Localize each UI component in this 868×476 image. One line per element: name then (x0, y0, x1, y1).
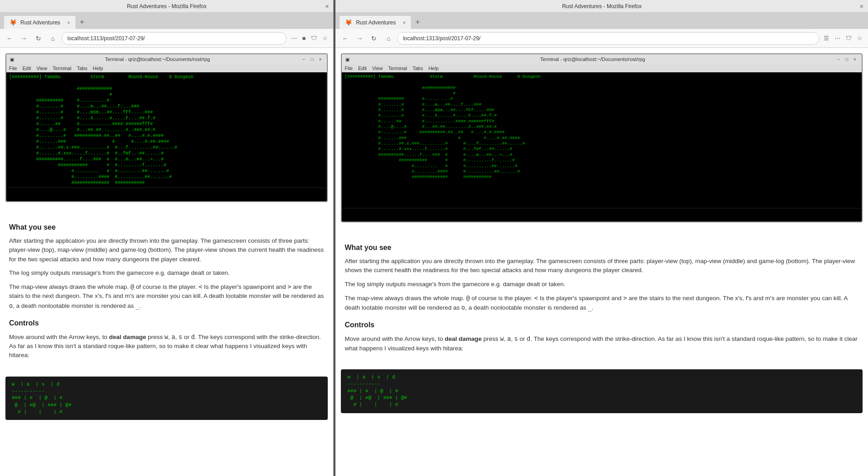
right-terminal-body: [##########] TamaNu Storm Round-House 0 … (342, 72, 862, 208)
right-address-input[interactable] (397, 32, 819, 45)
left-term-maximize[interactable]: □ (309, 56, 315, 62)
left-terminal-body: [##########] TamaNu Storm Round-House 0 … (6, 72, 327, 188)
right-para-1: After starting the application you are d… (344, 257, 859, 275)
right-forward-button[interactable]: → (354, 33, 365, 44)
right-browser-window: Rust Adventures - Mozilla Firefox × 🦊 Ru… (335, 0, 868, 476)
right-tab-active[interactable]: 🦊 Rust Adventures × (339, 15, 411, 29)
right-reload-button[interactable]: ↻ (368, 33, 380, 44)
right-tab-close[interactable]: × (403, 20, 406, 25)
left-term-menu-help[interactable]: Help (93, 66, 103, 71)
left-tab-bar: 🦊 Rust Adventures × + (0, 13, 333, 29)
right-term-menu-edit[interactable]: Edit (358, 66, 367, 71)
left-toolbar-pocket-icon[interactable]: ■ (301, 34, 308, 42)
left-para-2: The log simply outputs message's from th… (9, 269, 324, 278)
left-term-close[interactable]: × (317, 56, 323, 62)
right-term-menu-file[interactable]: File (344, 66, 353, 71)
left-para-1: After starting the application you are d… (9, 236, 324, 264)
left-browser-window: Rust Adventures - Mozilla Firefox × 🦊 Ru… (0, 0, 334, 476)
right-back-button[interactable]: ← (339, 33, 351, 44)
right-term-maximize[interactable]: □ (844, 56, 850, 62)
right-toolbar-more-btn[interactable]: ⋯ (833, 34, 842, 42)
left-term-menu-view[interactable]: View (37, 66, 47, 71)
left-toolbar-shield-icon[interactable]: 🛡 (309, 34, 319, 42)
left-bold-deal-damage: deal damage (109, 334, 146, 340)
right-toolbar-icons: ☰ ⋯ 🛡 ☆ (822, 34, 864, 42)
left-toolbar-more-btn[interactable]: ⋯ (289, 34, 299, 42)
right-term-menu-tabs[interactable]: Tabs (412, 66, 423, 71)
right-para-4: Move around with the Arrow keys, to deal… (344, 334, 859, 353)
right-term-icon: ▣ (345, 57, 349, 62)
left-reload-button[interactable]: ↻ (33, 33, 44, 44)
right-tab-bar: 🦊 Rust Adventures × + (335, 13, 868, 29)
right-para-2: The log simply outputs message's from th… (344, 280, 859, 289)
left-tab-close[interactable]: × (67, 20, 70, 25)
left-address-bar: ← → ↻ ⌂ ⋯ ■ 🛡 ☆ (0, 29, 333, 48)
left-toolbar-icons: ⋯ ■ 🛡 ☆ (289, 34, 330, 42)
left-controls-box: w | a | s | d ----------- ### | # | @ | … (5, 377, 328, 420)
right-heading-what-you-see: What you see (344, 242, 859, 253)
left-terminal-menubar: File Edit View Terminal Tabs Help (6, 64, 327, 72)
left-term-minimize[interactable]: − (301, 56, 307, 62)
left-tab-label: Rust Adventures (20, 19, 60, 26)
left-back-button[interactable]: ← (4, 33, 15, 44)
left-forward-button[interactable]: → (18, 33, 30, 44)
left-term-menu-edit[interactable]: Edit (23, 66, 31, 71)
right-terminal-log (342, 208, 862, 222)
left-term-icon: ▣ (10, 57, 14, 62)
right-toolbar-star-icon[interactable]: ☆ (855, 34, 864, 42)
left-title-text: Rust Adventures - Mozilla Firefox (127, 3, 207, 9)
right-toolbar-bookmarks-icon[interactable]: ☰ (822, 34, 831, 42)
right-terminal-titlebar: ▣ Terminal - qriz@localhost:~/Documents/… (342, 54, 862, 64)
left-window-close-btn[interactable]: × (325, 3, 329, 10)
right-article: What you see After starting the applicat… (335, 228, 868, 365)
right-tab-label: Rust Adventures (356, 19, 396, 26)
right-title-text: Rust Adventures - Mozilla Firefox (562, 3, 642, 9)
left-term-title: Terminal - qriz@localhost:~/Documents/ro… (18, 57, 297, 62)
right-window-close-btn[interactable]: × (860, 3, 863, 10)
right-term-menu-terminal[interactable]: Terminal (388, 66, 407, 71)
right-term-menu-view[interactable]: View (372, 66, 383, 71)
left-page-content: ▣ Terminal - qriz@localhost:~/Documents/… (0, 48, 333, 476)
left-terminal-screenshot: ▣ Terminal - qriz@localhost:~/Documents/… (5, 53, 328, 202)
left-heading-controls: Controls (9, 318, 324, 329)
left-new-tab-button[interactable]: + (77, 15, 87, 29)
right-para-3: The map-view always draws the whole map.… (344, 293, 859, 313)
right-term-menu-help[interactable]: Help (429, 66, 439, 71)
right-bold-deal-damage: deal damage (445, 335, 482, 342)
left-term-menu-file[interactable]: File (9, 66, 17, 71)
left-terminal-titlebar: ▣ Terminal - qriz@localhost:~/Documents/… (6, 54, 327, 64)
left-article: What you see After starting the applicat… (0, 207, 333, 372)
right-term-close[interactable]: × (852, 56, 858, 62)
right-new-tab-button[interactable]: + (412, 15, 423, 29)
right-tab-icon: 🦊 (345, 19, 352, 26)
left-term-buttons: − □ × (301, 56, 323, 62)
left-terminal-log (6, 188, 327, 201)
right-home-button[interactable]: ⌂ (382, 33, 394, 44)
right-heading-controls: Controls (344, 320, 859, 330)
right-toolbar-shield-icon[interactable]: 🛡 (844, 34, 854, 42)
right-term-title: Terminal - qriz@localhost:~/Documents/ro… (353, 57, 832, 62)
left-term-menu-tabs[interactable]: Tabs (77, 66, 87, 71)
right-term-buttons: − □ × (835, 56, 858, 62)
left-title-bar: Rust Adventures - Mozilla Firefox × (0, 0, 333, 13)
left-toolbar-star-icon[interactable]: ☆ (321, 34, 330, 42)
right-term-minimize[interactable]: − (835, 56, 842, 62)
left-tab-icon: 🦊 (9, 19, 17, 26)
right-controls-box: w | a | s | d ----------- ### | # | @ | … (341, 369, 863, 413)
left-home-button[interactable]: ⌂ (47, 33, 59, 44)
right-address-bar: ← → ↻ ⌂ ☰ ⋯ 🛡 ☆ (335, 29, 868, 48)
right-title-bar: Rust Adventures - Mozilla Firefox × (335, 0, 868, 13)
right-page-content: ▣ Terminal - qriz@localhost:~/Documents/… (335, 48, 868, 476)
left-tab-active[interactable]: 🦊 Rust Adventures × (4, 15, 76, 29)
left-term-menu-terminal[interactable]: Terminal (52, 66, 71, 71)
left-heading-what-you-see: What you see (9, 222, 324, 233)
left-address-input[interactable] (61, 32, 287, 45)
left-para-4: Move around with the Arrow keys, to deal… (9, 332, 324, 360)
right-terminal-screenshot: ▣ Terminal - qriz@localhost:~/Documents/… (341, 53, 863, 222)
right-terminal-menubar: File Edit View Terminal Tabs Help (342, 64, 862, 72)
left-para-3: The map-view always draws the whole map.… (9, 282, 324, 311)
